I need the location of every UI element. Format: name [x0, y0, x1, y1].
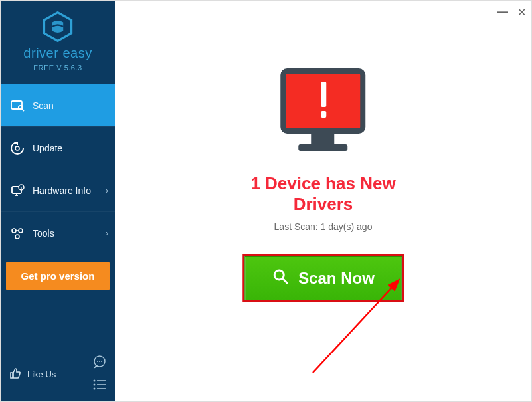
svg-rect-26	[312, 134, 335, 144]
chevron-right-icon: ›	[106, 186, 108, 195]
window-controls: — ✕	[497, 6, 526, 19]
sidebar: driver easy FREE V 5.6.3 Scan Update i	[1, 1, 115, 401]
svg-line-31	[282, 278, 287, 283]
tools-icon	[10, 227, 25, 240]
logo-version: FREE V 5.6.3	[33, 64, 82, 72]
svg-point-17	[101, 361, 102, 362]
svg-rect-27	[299, 144, 348, 151]
svg-rect-29	[321, 111, 327, 118]
close-button[interactable]: ✕	[517, 6, 526, 19]
scan-now-button[interactable]: Scan Now	[244, 256, 402, 300]
chevron-right-icon: ›	[106, 229, 108, 238]
logo-text: driver easy	[23, 46, 92, 61]
search-icon	[272, 268, 289, 289]
minimize-button[interactable]: —	[497, 6, 508, 19]
sidebar-footer: Like Us	[1, 348, 115, 401]
scan-now-label: Scan Now	[298, 269, 375, 288]
nav-tools[interactable]: Tools ›	[1, 211, 115, 254]
scan-now-highlight: Scan Now	[242, 254, 404, 302]
svg-point-10	[12, 229, 16, 233]
get-pro-label: Get pro version	[21, 270, 95, 282]
like-us-button[interactable]: Like Us	[9, 367, 56, 382]
app-window: driver easy FREE V 5.6.3 Scan Update i	[0, 0, 532, 402]
nav-scan[interactable]: Scan	[1, 84, 115, 126]
last-scan-text: Last Scan: 1 day(s) ago	[274, 221, 373, 232]
svg-rect-28	[321, 82, 327, 107]
scan-headline: 1 Device has New Drivers	[219, 173, 428, 215]
svg-point-11	[19, 229, 23, 233]
logo-block: driver easy FREE V 5.6.3	[1, 1, 115, 80]
nav-scan-label: Scan	[33, 100, 54, 111]
nav-update[interactable]: Update	[1, 126, 115, 169]
hardware-info-icon: i	[10, 184, 25, 197]
nav-hardware-info[interactable]: i Hardware Info ›	[1, 169, 115, 211]
nav-update-label: Update	[33, 143, 62, 153]
main-panel: — ✕ 1 Device has New Drivers Last Scan: …	[115, 1, 531, 401]
thumbs-up-icon	[9, 367, 22, 382]
svg-point-4	[15, 146, 19, 150]
nav: Scan Update i Hardware Info › Tools	[1, 84, 115, 254]
update-icon	[10, 142, 25, 155]
like-us-label: Like Us	[27, 369, 56, 379]
nav-hardware-label: Hardware Info	[33, 185, 91, 196]
svg-point-16	[99, 361, 100, 362]
svg-point-22	[94, 388, 96, 390]
svg-point-12	[15, 235, 19, 239]
feedback-icon[interactable]	[92, 355, 107, 372]
scan-summary: 1 Device has New Drivers Last Scan: 1 da…	[219, 67, 428, 302]
svg-line-3	[22, 109, 24, 111]
logo-icon	[41, 11, 74, 42]
svg-point-15	[97, 361, 98, 362]
svg-point-20	[94, 384, 96, 386]
monitor-alert-icon	[274, 67, 373, 160]
scan-icon	[10, 100, 25, 112]
get-pro-button[interactable]: Get pro version	[6, 262, 110, 290]
nav-tools-label: Tools	[33, 228, 54, 239]
menu-list-icon[interactable]	[92, 379, 107, 393]
svg-point-18	[94, 380, 96, 382]
